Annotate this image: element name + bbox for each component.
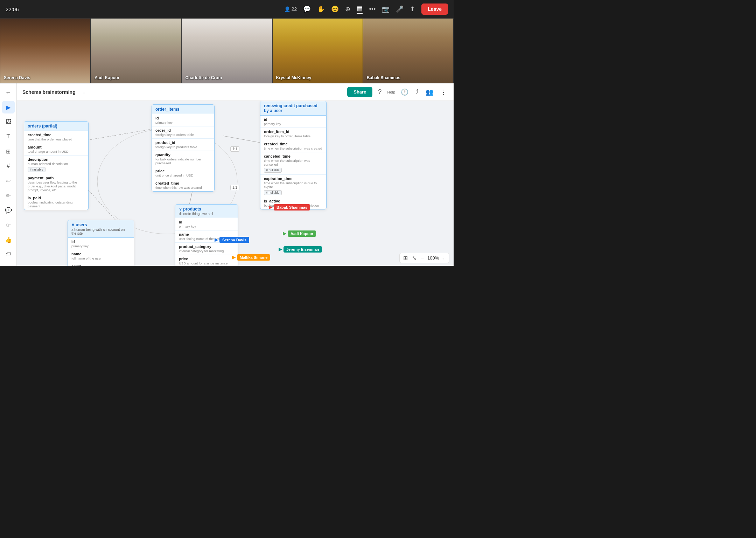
- image-tool[interactable]: 🖼: [2, 116, 15, 128]
- video-aadi: [91, 19, 181, 83]
- like-tool[interactable]: 👍: [2, 233, 15, 246]
- orders-description: description human-oriented description #…: [24, 156, 88, 174]
- hand-tool[interactable]: ☞: [2, 219, 15, 231]
- top-bar: 22:06 👤 22 💬 ✋ 😊 ⊕ ▦ ••• 📷 🎤 ⬆ Leave: [0, 0, 454, 18]
- undo-tool[interactable]: ↩: [2, 174, 15, 187]
- video-tile-charlotte[interactable]: Charlotte de Crum: [181, 18, 272, 83]
- more-icon[interactable]: •••: [369, 6, 376, 13]
- add-icon[interactable]: ⊕: [345, 5, 350, 13]
- tag-tool[interactable]: 🏷: [2, 248, 15, 261]
- cursor-jeremy: ▶ Jeremy Eisenman: [279, 246, 282, 252]
- video-krystal: [273, 19, 363, 83]
- cursor-serena: ▶ Serena Davis: [215, 237, 218, 242]
- wb-menu-icon[interactable]: ⋮: [81, 89, 87, 95]
- orders-card[interactable]: orders (partial) created_time time that …: [24, 121, 89, 210]
- emoji-icon[interactable]: 😊: [331, 5, 339, 13]
- products-header: ∨ products discrete things we sell: [175, 205, 238, 218]
- orders-header: orders (partial): [24, 122, 88, 131]
- clock: 22:06: [6, 6, 19, 12]
- whiteboard-icon[interactable]: ▦: [357, 5, 363, 14]
- zoom-in-icon[interactable]: +: [442, 255, 446, 261]
- left-toolbar: ← ▶ 🖼 T ⊞ # ↩ ✏ 💬 ☞ 👍 🏷: [0, 83, 17, 266]
- products-card[interactable]: ∨ products discrete things we sell id pr…: [175, 204, 238, 266]
- wb-top-bar: Schema brainstorming ⋮ Share ? Help 🕐 ⤴ …: [17, 83, 454, 101]
- zoom-value: 100%: [427, 255, 440, 261]
- sub-order-item-id: order_item_id foreign key to order_items…: [260, 128, 326, 140]
- participants-icon: 👤: [284, 6, 290, 12]
- oi-price: price unit price charged in USD: [152, 167, 214, 179]
- more2-icon[interactable]: ⋮: [439, 87, 448, 97]
- draw-tool[interactable]: ✏: [2, 189, 15, 202]
- help-icon[interactable]: ?: [377, 87, 383, 97]
- fit-view-icon[interactable]: ⊞: [403, 255, 408, 261]
- whiteboard-container: ← ▶ 🖼 T ⊞ # ↩ ✏ 💬 ☞ 👍 🏷 Schema brainstor…: [0, 83, 454, 266]
- sub-created-time: created_time time when the subscription …: [260, 140, 326, 152]
- video-name-krystal: Krystal McKinney: [276, 75, 312, 80]
- camera-icon[interactable]: 📷: [382, 5, 390, 13]
- video-tile-krystal[interactable]: Krystal McKinney: [272, 18, 363, 83]
- video-name-charlotte: Charlotte de Crum: [185, 75, 222, 80]
- select-tool[interactable]: ▶: [2, 101, 15, 113]
- order-items-card[interactable]: order_items id primary key order_id fore…: [152, 104, 215, 192]
- video-tile-serena[interactable]: Serena Davis: [0, 18, 91, 83]
- prod-id: id primary key: [175, 218, 238, 230]
- participants-count: 👤 22: [284, 6, 297, 12]
- orders-amount: amount total charge amount in USD: [24, 143, 88, 156]
- history-icon[interactable]: 🕐: [399, 87, 410, 97]
- video-tile-aadi[interactable]: Aadi Kapoor: [91, 18, 181, 83]
- users-card[interactable]: ∨ users a human being with an account on…: [68, 220, 134, 266]
- frame-tool[interactable]: ⊞: [2, 145, 15, 158]
- video-charlotte: [182, 19, 272, 83]
- cursor-mallika: ▶ Mallika Simone: [232, 254, 236, 260]
- share-screen-icon[interactable]: ⬆: [410, 5, 415, 13]
- toolbar-icons: 👤 22 💬 ✋ 😊 ⊕ ▦ ••• 📷 🎤 ⬆ Leave: [284, 4, 448, 15]
- orders-payment-path: payment_path describes user flow leading…: [24, 174, 88, 194]
- oi-id: id primary key: [152, 114, 214, 126]
- oi-product-id: product_id foreign key to products table: [152, 139, 214, 151]
- grid-tool[interactable]: #: [2, 160, 15, 172]
- prod-price: price USD amount for a singe instance: [175, 255, 238, 266]
- video-serena: [0, 19, 90, 83]
- user-name: name full name of the user: [68, 250, 134, 262]
- comment-tool[interactable]: 💬: [2, 204, 15, 216]
- orders-created-time: created_time time that the order was pla…: [24, 131, 88, 143]
- oi-quantity: quantity for bulk orders indicate number…: [152, 151, 214, 167]
- share2-icon[interactable]: ⤴: [414, 87, 420, 97]
- sub-canceled-time: canceled_time time when the subscription…: [260, 152, 326, 175]
- users-header: ∨ users a human being with an account on…: [68, 220, 134, 238]
- rel-label-11-1: 1:1: [230, 146, 239, 152]
- rel-label-11-2: 1:1: [230, 185, 239, 190]
- chat-icon[interactable]: 💬: [303, 5, 311, 13]
- wb-title: Schema brainstorming: [22, 89, 76, 95]
- mic-icon[interactable]: 🎤: [396, 5, 404, 13]
- video-babak: [363, 19, 453, 83]
- zoom-out-icon[interactable]: −: [421, 255, 424, 261]
- back-button[interactable]: ←: [2, 86, 15, 99]
- video-name-babak: Babak Shammas: [367, 75, 400, 80]
- prod-category: product_category internal category for m…: [175, 243, 238, 255]
- share-button[interactable]: Share: [347, 87, 372, 97]
- order-items-header: order_items: [152, 105, 214, 114]
- canvas-area[interactable]: 1:N 1:1 1:1 orders (partial) created_tim…: [17, 101, 454, 266]
- help-label: Help: [387, 90, 395, 94]
- prod-name: name user-facing name of the product: [175, 230, 238, 243]
- sub-expiration-time: expiration_time time when the subscripti…: [260, 175, 326, 197]
- video-name-aadi: Aadi Kapoor: [94, 75, 119, 80]
- video-name-serena: Serena Davis: [4, 75, 30, 80]
- sub-id: id primary key: [260, 116, 326, 128]
- text-tool[interactable]: T: [2, 130, 15, 143]
- fullscreen-icon[interactable]: ⤡: [412, 255, 416, 261]
- users-icon[interactable]: 👥: [424, 87, 435, 97]
- oi-order-id: order_id foreign key to orders table: [152, 126, 214, 139]
- user-email: email email address of the user # unique: [68, 262, 134, 266]
- wb-bottom-bar: ⊞ ⤡ − 100% +: [399, 253, 449, 263]
- oi-created-time: created_time time when this row was crea…: [152, 179, 214, 191]
- subscriptions-card[interactable]: renewing credit purchased by a user id p…: [260, 101, 327, 209]
- orders-is-paid: is_paid boolean indicating outstanding p…: [24, 194, 88, 210]
- hand-icon[interactable]: ✋: [317, 5, 325, 13]
- user-id: id primary key: [68, 238, 134, 250]
- leave-button[interactable]: Leave: [421, 4, 448, 15]
- cursor-aadi: ▶ Aadi Kapoor: [283, 230, 287, 236]
- video-tile-babak[interactable]: Babak Shammas: [363, 18, 454, 83]
- svg-line-1: [223, 136, 262, 143]
